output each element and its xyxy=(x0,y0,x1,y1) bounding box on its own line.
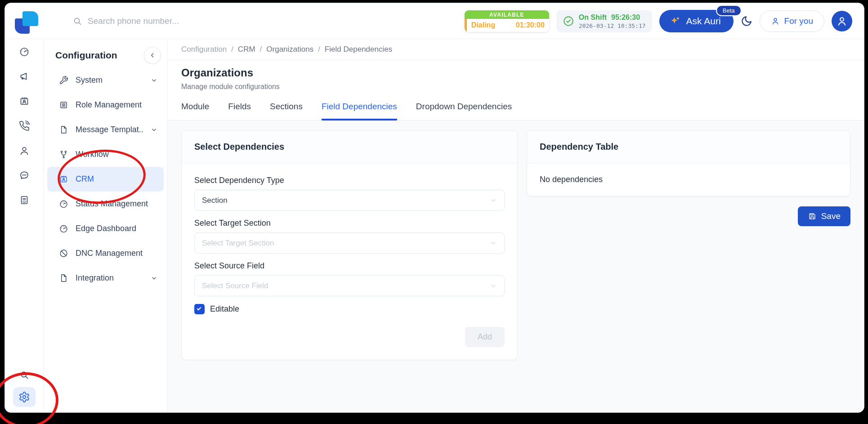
chevron-down-icon xyxy=(151,77,157,84)
page-subtitle: Manage module configurations xyxy=(181,83,850,91)
rail-settings-item[interactable] xyxy=(13,387,36,407)
chevron-down-icon xyxy=(151,126,157,133)
tab-field-dependencies[interactable]: Field Dependencies xyxy=(322,102,397,121)
rail-lookup-item[interactable] xyxy=(5,362,43,387)
chat-bubble-icon xyxy=(19,170,30,181)
sidebar-item-workflow[interactable]: Workflow xyxy=(47,142,164,167)
beta-badge: Beta xyxy=(716,5,742,16)
chevron-left-icon xyxy=(149,52,156,59)
phone-icon xyxy=(19,121,30,131)
top-bar: AVAILABLE Dialing 01:30:00 On Shift 95:2… xyxy=(5,3,864,39)
chevron-down-icon xyxy=(490,282,497,290)
for-you-button[interactable]: For you xyxy=(760,10,824,32)
for-you-label: For you xyxy=(784,16,813,26)
chevron-down-icon xyxy=(490,240,497,247)
app-window: AVAILABLE Dialing 01:30:00 On Shift 95:2… xyxy=(4,3,864,413)
sparkles-icon xyxy=(669,15,681,27)
search-icon xyxy=(72,16,82,26)
rail-campaigns-item[interactable] xyxy=(5,64,43,89)
agent-status-badge: AVAILABLE xyxy=(465,10,549,19)
role-list-icon xyxy=(59,100,68,110)
report-document-icon xyxy=(19,195,30,205)
dependency-table-empty: No dependencies xyxy=(527,163,850,196)
edge-gauge-icon xyxy=(59,224,68,233)
rail-contacts-item[interactable] xyxy=(5,89,43,113)
module-tabs: Module Fields Sections Field Dependencie… xyxy=(168,102,864,121)
editable-checkbox[interactable] xyxy=(194,304,205,314)
crm-contact-card-icon xyxy=(59,174,68,184)
wrench-icon xyxy=(59,76,68,85)
rail-calls-item[interactable] xyxy=(5,113,43,138)
check-circle-icon xyxy=(563,15,574,27)
breadcrumb-configuration[interactable]: Configuration xyxy=(181,45,227,54)
file-icon xyxy=(59,125,68,134)
icon-rail xyxy=(5,39,44,412)
page-title: Organizations xyxy=(181,67,850,79)
megaphone-icon xyxy=(19,71,30,82)
sidebar-item-integration[interactable]: Integration xyxy=(47,266,164,290)
target-section-select[interactable]: Select Target Section xyxy=(194,232,505,254)
ask-auri-label: Ask Auri xyxy=(686,16,721,27)
shift-timer: 95:26:30 xyxy=(611,13,640,22)
tab-fields[interactable]: Fields xyxy=(228,102,251,121)
settings-gear-icon xyxy=(18,391,30,403)
save-button[interactable]: Save xyxy=(798,206,850,226)
breadcrumb-crm[interactable]: CRM xyxy=(238,45,255,54)
moon-icon xyxy=(741,15,752,27)
logo-cyan-shape xyxy=(22,11,38,26)
contact-book-icon xyxy=(19,96,30,107)
editable-label: Editable xyxy=(210,304,239,314)
dashboard-gauge-icon xyxy=(19,46,30,57)
avatar-person-icon xyxy=(836,15,848,27)
tab-module[interactable]: Module xyxy=(181,102,209,121)
dependency-type-label: Select Dependency Type xyxy=(194,176,505,185)
shift-status-widget[interactable]: On Shift 95:26:30 2026-03-12 10:35:17 xyxy=(556,10,652,32)
select-dependencies-title: Select Dependencies xyxy=(182,131,517,163)
person-icon xyxy=(771,17,780,26)
sidebar-title: Configuration xyxy=(55,50,117,61)
dial-mode-label: Dialing xyxy=(471,21,495,29)
check-icon xyxy=(197,306,201,311)
dependency-table-title: Dependency Table xyxy=(527,131,850,163)
search-input[interactable] xyxy=(88,16,232,26)
sidebar-item-dnc-management[interactable]: DNC Management xyxy=(47,241,164,266)
dial-timer: 01:30:00 xyxy=(516,21,545,29)
chevron-down-icon xyxy=(490,197,497,204)
prohibition-icon xyxy=(59,249,68,258)
sidebar-item-system[interactable]: System xyxy=(47,68,164,93)
main-content: Configuration / CRM / Organizations / Fi… xyxy=(168,39,864,412)
lookup-search-icon xyxy=(19,370,30,380)
breadcrumb-field-dependencies[interactable]: Field Dependencies xyxy=(325,45,392,54)
rail-agents-item[interactable] xyxy=(5,138,43,163)
tab-sections[interactable]: Sections xyxy=(270,102,303,121)
sidebar-item-message-templates[interactable]: Message Templat... xyxy=(47,117,164,142)
source-field-select[interactable]: Select Source Field xyxy=(194,275,505,296)
breadcrumb: Configuration / CRM / Organizations / Fi… xyxy=(168,39,864,60)
dependency-type-select[interactable]: Section xyxy=(194,190,505,211)
sidebar-collapse-button[interactable] xyxy=(144,47,161,64)
file-icon xyxy=(59,273,68,283)
sidebar-item-status-management[interactable]: Status Management xyxy=(47,192,164,216)
sidebar-item-crm[interactable]: CRM xyxy=(47,167,164,192)
agents-person-icon xyxy=(19,145,30,156)
user-avatar[interactable] xyxy=(832,11,852,31)
dark-mode-toggle[interactable] xyxy=(741,15,752,27)
rail-reports-item[interactable] xyxy=(5,187,43,212)
dial-status-widget[interactable]: AVAILABLE Dialing 01:30:00 xyxy=(465,10,549,32)
sidebar-item-role-management[interactable]: Role Management xyxy=(47,93,164,117)
shift-status-label: On Shift xyxy=(579,13,607,22)
sidebar-item-edge-dashboard[interactable]: Edge Dashboard xyxy=(47,216,164,241)
tab-dropdown-dependencies[interactable]: Dropdown Dependencies xyxy=(416,102,512,121)
dependency-table-card: Dependency Table No dependencies xyxy=(527,130,850,196)
breadcrumb-organizations[interactable]: Organizations xyxy=(266,45,313,54)
workflow-branch-icon xyxy=(59,150,68,159)
rail-dashboard-item[interactable] xyxy=(5,39,43,64)
global-search xyxy=(72,3,232,39)
add-button[interactable]: Add xyxy=(465,327,505,347)
rail-chat-item[interactable] xyxy=(5,163,43,187)
topbar-right-group: AVAILABLE Dialing 01:30:00 On Shift 95:2… xyxy=(465,3,852,39)
save-floppy-icon xyxy=(808,212,817,221)
chevron-down-icon xyxy=(151,275,157,281)
ask-auri-button[interactable]: Ask Auri Beta xyxy=(659,10,734,32)
target-section-label: Select Target Section xyxy=(194,219,505,228)
